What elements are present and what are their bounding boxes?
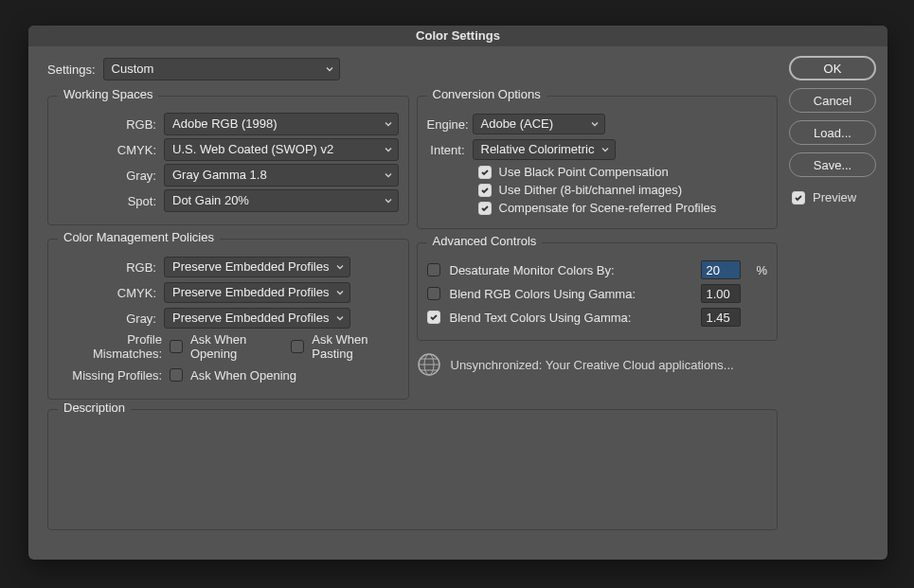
chevron-down-icon xyxy=(601,146,609,153)
missing-label: Missing Profiles: xyxy=(58,368,170,383)
description-group: Description xyxy=(47,409,778,530)
chevron-down-icon xyxy=(336,289,344,296)
ok-button[interactable]: OK xyxy=(789,56,876,80)
engine-label: Engine: xyxy=(427,117,473,132)
ws-cmyk-value: U.S. Web Coated (SWOP) v2 xyxy=(172,139,333,160)
policies-group: Color Management Policies RGB: Preserve … xyxy=(47,239,409,400)
scene-text: Compensate for Scene-referred Profiles xyxy=(499,201,717,215)
dither-text: Use Dither (8-bit/channel images) xyxy=(499,183,683,197)
pol-gray-value: Preserve Embedded Profiles xyxy=(172,309,329,328)
advanced-group: Advanced Controls Desaturate Monitor Col… xyxy=(417,242,779,341)
blend-rgb-input[interactable] xyxy=(701,284,741,303)
intent-select[interactable]: Relative Colorimetric xyxy=(473,139,617,160)
chevron-down-icon xyxy=(385,171,392,179)
unsync-icon xyxy=(417,352,441,377)
mismatch-open-checkbox[interactable]: Ask When Opening xyxy=(170,332,281,361)
ws-cmyk-label: CMYK: xyxy=(58,143,164,157)
chevron-down-icon xyxy=(336,263,344,271)
pol-cmyk-value: Preserve Embedded Profiles xyxy=(172,283,329,302)
preview-checkbox[interactable] xyxy=(792,191,805,205)
desat-checkbox[interactable] xyxy=(427,263,440,276)
save-button[interactable]: Save... xyxy=(789,152,876,177)
conversion-group: Conversion Options Engine: Adobe (ACE) xyxy=(417,96,779,229)
checkbox-icon xyxy=(478,166,492,179)
working-spaces-group: Working Spaces RGB: Adobe RGB (1998) xyxy=(47,96,409,225)
blend-rgb-label: Blend RGB Colors Using Gamma: xyxy=(450,287,692,301)
ws-spot-value: Dot Gain 20% xyxy=(172,190,249,211)
chevron-down-icon xyxy=(385,120,392,128)
ws-rgb-label: RGB: xyxy=(58,117,164,132)
advanced-legend: Advanced Controls xyxy=(427,234,543,248)
checkbox-icon xyxy=(170,368,183,382)
engine-select[interactable]: Adobe (ACE) xyxy=(473,114,605,134)
pol-rgb-select[interactable]: Preserve Embedded Profiles xyxy=(164,257,350,277)
conversion-legend: Conversion Options xyxy=(427,87,547,101)
bpc-checkbox[interactable]: Use Black Point Compensation xyxy=(478,165,669,179)
ws-spot-select[interactable]: Dot Gain 20% xyxy=(164,189,399,212)
settings-label: Settings: xyxy=(47,62,96,77)
pol-cmyk-label: CMYK: xyxy=(58,286,164,300)
chevron-down-icon xyxy=(336,314,344,322)
chevron-down-icon xyxy=(591,120,599,128)
ws-rgb-value: Adobe RGB (1998) xyxy=(172,114,278,134)
settings-select-value: Custom xyxy=(112,59,154,80)
description-legend: Description xyxy=(58,401,131,415)
blend-rgb-checkbox[interactable] xyxy=(427,287,440,300)
dither-checkbox[interactable]: Use Dither (8-bit/channel images) xyxy=(478,183,683,197)
blend-text-label: Blend Text Colors Using Gamma: xyxy=(450,311,692,325)
intent-label: Intent: xyxy=(427,143,473,157)
checkbox-icon xyxy=(291,340,304,353)
ws-gray-value: Gray Gamma 1.8 xyxy=(172,165,267,186)
blend-text-input[interactable] xyxy=(701,308,741,327)
pol-gray-select[interactable]: Preserve Embedded Profiles xyxy=(164,308,350,329)
ws-cmyk-select[interactable]: U.S. Web Coated (SWOP) v2 xyxy=(164,138,399,161)
pol-gray-label: Gray: xyxy=(58,312,164,326)
pol-rgb-label: RGB: xyxy=(58,260,164,275)
checkbox-icon xyxy=(170,340,183,353)
ws-gray-select[interactable]: Gray Gamma 1.8 xyxy=(164,164,399,187)
mismatch-label: Profile Mismatches: xyxy=(58,332,170,361)
settings-select[interactable]: Custom xyxy=(103,58,340,80)
dialog-title: Color Settings xyxy=(28,26,887,46)
load-button[interactable]: Load... xyxy=(789,120,876,145)
mismatch-paste-text: Ask When Pasting xyxy=(312,332,398,361)
pol-rgb-value: Preserve Embedded Profiles xyxy=(172,258,329,276)
chevron-down-icon xyxy=(385,146,392,153)
mismatch-open-text: Ask When Opening xyxy=(190,332,281,361)
chevron-down-icon xyxy=(385,197,392,205)
chevron-down-icon xyxy=(326,65,333,73)
missing-open-text: Ask When Opening xyxy=(190,368,296,383)
ws-gray-label: Gray: xyxy=(58,169,164,183)
ws-spot-label: Spot: xyxy=(58,194,164,208)
desat-pct: % xyxy=(756,263,767,277)
policies-legend: Color Management Policies xyxy=(58,230,220,244)
preview-label: Preview xyxy=(813,190,856,205)
color-settings-dialog: Color Settings Settings: Custom Working … xyxy=(28,26,887,560)
mismatch-paste-checkbox[interactable]: Ask When Pasting xyxy=(291,332,398,361)
working-spaces-legend: Working Spaces xyxy=(58,87,158,101)
cancel-button[interactable]: Cancel xyxy=(789,88,876,113)
blend-text-checkbox[interactable] xyxy=(427,311,440,324)
intent-value: Relative Colorimetric xyxy=(481,140,595,159)
checkbox-icon xyxy=(478,202,492,215)
checkbox-icon xyxy=(478,184,492,197)
unsync-text: Unsynchronized: Your Creative Cloud appl… xyxy=(451,358,734,372)
desat-label: Desaturate Monitor Colors By: xyxy=(450,263,692,277)
engine-value: Adobe (ACE) xyxy=(481,115,554,134)
pol-cmyk-select[interactable]: Preserve Embedded Profiles xyxy=(164,282,350,303)
desat-input[interactable] xyxy=(701,260,741,279)
missing-open-checkbox[interactable]: Ask When Opening xyxy=(170,368,296,383)
bpc-text: Use Black Point Compensation xyxy=(499,165,669,179)
scene-checkbox[interactable]: Compensate for Scene-referred Profiles xyxy=(478,201,717,215)
ws-rgb-select[interactable]: Adobe RGB (1998) xyxy=(164,113,399,135)
